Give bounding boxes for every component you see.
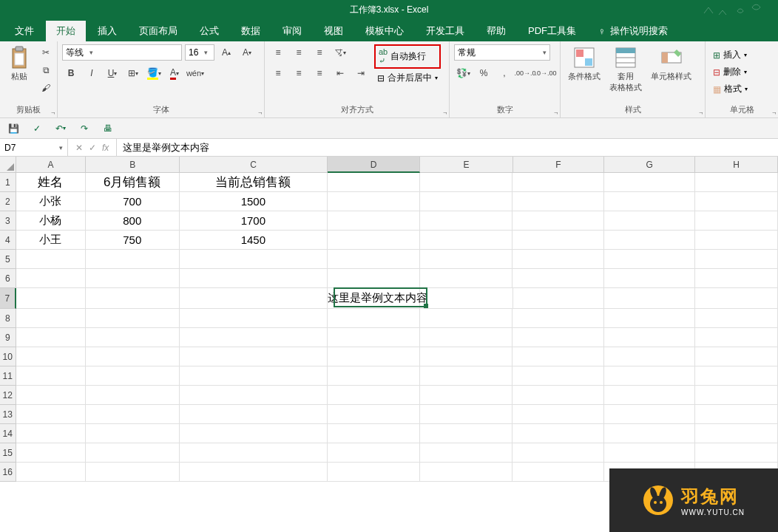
cell[interactable]: 当前总销售额 xyxy=(180,173,328,192)
number-format-combo[interactable]: 常规▾ xyxy=(454,44,550,61)
cell[interactable] xyxy=(180,386,328,405)
fill-color-button[interactable]: 🪣▾ xyxy=(145,65,163,81)
cell[interactable] xyxy=(420,173,513,192)
cell[interactable] xyxy=(604,231,695,250)
align-left-button[interactable]: ≡ xyxy=(269,65,287,81)
cell[interactable] xyxy=(86,463,180,482)
percent-button[interactable]: % xyxy=(475,65,493,81)
cell[interactable] xyxy=(328,211,420,231)
cell[interactable] xyxy=(513,288,604,309)
insert-cells-button[interactable]: ⊞插入▾ xyxy=(710,47,774,63)
paste-button[interactable]: 粘贴 xyxy=(4,44,34,104)
cell[interactable] xyxy=(328,173,420,192)
cell[interactable] xyxy=(513,269,603,288)
cell[interactable] xyxy=(420,424,513,443)
cell[interactable] xyxy=(604,386,695,405)
cell[interactable] xyxy=(695,173,778,192)
column-header[interactable]: A xyxy=(16,157,86,173)
cell[interactable] xyxy=(513,328,603,347)
decrease-decimal-button[interactable]: .0→.00 xyxy=(537,65,555,81)
cell[interactable] xyxy=(695,231,778,250)
cell[interactable] xyxy=(16,309,86,328)
orientation-button[interactable]: ⦪▾ xyxy=(331,44,349,61)
copy-button[interactable]: ⧉ xyxy=(37,62,55,78)
cell[interactable] xyxy=(180,405,328,424)
cell[interactable] xyxy=(328,250,420,269)
cell[interactable] xyxy=(16,250,86,269)
merge-center-button[interactable]: ⊟ 合并后居中 ▾ xyxy=(374,70,441,86)
cell[interactable]: 1450 xyxy=(180,231,328,250)
cell[interactable] xyxy=(513,424,603,443)
row-header[interactable]: 14 xyxy=(0,424,16,443)
format-table-button[interactable]: 套用 表格格式 xyxy=(606,44,645,104)
align-center-button[interactable]: ≡ xyxy=(290,65,308,81)
cell[interactable] xyxy=(695,309,778,328)
tab-file[interactable]: 文件 xyxy=(4,21,44,41)
column-header[interactable]: B xyxy=(86,157,180,173)
cell[interactable] xyxy=(695,250,778,269)
cell[interactable] xyxy=(695,405,778,424)
row-header[interactable]: 8 xyxy=(0,309,16,328)
cell[interactable] xyxy=(604,443,695,463)
cell[interactable] xyxy=(420,269,513,288)
tab-layout[interactable]: 页面布局 xyxy=(129,21,188,41)
cell[interactable] xyxy=(16,463,86,482)
cell[interactable] xyxy=(328,309,420,328)
cell[interactable] xyxy=(695,328,778,347)
cell[interactable] xyxy=(513,386,603,405)
cell[interactable] xyxy=(86,288,180,309)
format-cells-button[interactable]: ▦格式▾ xyxy=(710,81,774,97)
cell[interactable] xyxy=(513,443,603,463)
cell[interactable]: 1500 xyxy=(180,192,328,211)
row-header[interactable]: 13 xyxy=(0,405,16,424)
spreadsheet-grid[interactable]: ABCDEFGH 1姓名6月销售额当前总销售额2小张70015003小杨8001… xyxy=(0,157,778,482)
cell[interactable] xyxy=(513,347,603,366)
column-header[interactable]: D xyxy=(328,157,420,173)
row-header[interactable]: 2 xyxy=(0,192,16,211)
fx-button[interactable]: fx xyxy=(102,143,109,153)
cell[interactable] xyxy=(604,366,695,386)
cell[interactable] xyxy=(420,463,513,482)
cell[interactable] xyxy=(16,366,86,386)
tab-pdf[interactable]: PDF工具集 xyxy=(518,21,586,41)
tab-view[interactable]: 视图 xyxy=(314,21,354,41)
row-header[interactable]: 15 xyxy=(0,443,16,463)
cell[interactable] xyxy=(16,269,86,288)
tab-review[interactable]: 审阅 xyxy=(272,21,312,41)
cell[interactable] xyxy=(513,173,603,192)
cell[interactable]: 6月销售额 xyxy=(86,173,180,192)
tab-dev[interactable]: 开发工具 xyxy=(416,21,475,41)
row-header[interactable]: 12 xyxy=(0,386,16,405)
cell[interactable] xyxy=(513,309,603,328)
tab-insert[interactable]: 插入 xyxy=(87,21,127,41)
cell[interactable] xyxy=(328,366,420,386)
cell[interactable] xyxy=(86,269,180,288)
cell[interactable] xyxy=(695,211,778,231)
cell[interactable] xyxy=(513,405,603,424)
cell[interactable]: 700 xyxy=(86,192,180,211)
cancel-input-button[interactable]: ✕ xyxy=(75,143,83,153)
font-name-combo[interactable]: 等线▾ xyxy=(62,44,182,61)
cell[interactable] xyxy=(420,366,513,386)
wrap-text-button[interactable]: ab⤶ 自动换行 xyxy=(374,44,441,69)
cell[interactable] xyxy=(420,328,513,347)
cell[interactable] xyxy=(328,405,420,424)
cell[interactable] xyxy=(604,211,695,231)
cell[interactable] xyxy=(420,309,513,328)
cell[interactable] xyxy=(16,328,86,347)
format-painter-button[interactable]: 🖌 xyxy=(37,80,55,96)
cell[interactable] xyxy=(420,211,513,231)
cell[interactable] xyxy=(180,366,328,386)
formula-input[interactable]: 这里是举例文本内容 xyxy=(117,139,778,156)
tab-home[interactable]: 开始 xyxy=(46,21,86,41)
cell[interactable] xyxy=(695,347,778,366)
cell[interactable] xyxy=(328,231,420,250)
cell[interactable] xyxy=(328,463,420,482)
cell[interactable]: 小王 xyxy=(16,231,86,250)
cell[interactable] xyxy=(180,424,328,443)
cell[interactable] xyxy=(16,424,86,443)
cell[interactable] xyxy=(513,192,603,211)
cell[interactable] xyxy=(513,463,603,482)
cell[interactable] xyxy=(695,443,778,463)
cell[interactable] xyxy=(16,386,86,405)
